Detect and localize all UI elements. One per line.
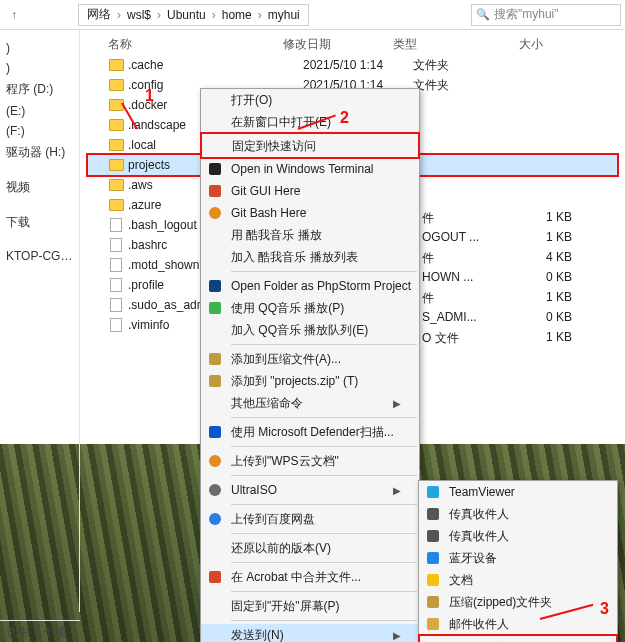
menu-item[interactable]: TeamViewer bbox=[419, 481, 617, 503]
file-size: 0 KB bbox=[512, 310, 572, 330]
menu-item-label: 在 Acrobat 中合并文件... bbox=[231, 569, 361, 586]
file-meta-row bbox=[422, 190, 602, 210]
menu-item-label: UltraISO bbox=[231, 483, 277, 497]
menu-item[interactable]: 在 Acrobat 中合并文件... bbox=[201, 566, 419, 588]
file-meta-row: 件4 KB bbox=[422, 250, 602, 270]
menu-item-icon bbox=[207, 300, 223, 316]
folder-icon bbox=[108, 138, 124, 152]
menu-item[interactable]: 使用 QQ音乐 播放(P) bbox=[201, 297, 419, 319]
menu-item-label: 上传到百度网盘 bbox=[231, 511, 315, 528]
nav-tree-item[interactable]: ) bbox=[4, 58, 75, 78]
col-name[interactable]: 名称 bbox=[108, 36, 283, 53]
menu-item[interactable]: Open in Windows Terminal bbox=[201, 158, 419, 180]
menu-item[interactable]: 桌面快捷方式 bbox=[420, 637, 616, 642]
menu-item[interactable]: 传真收件人 bbox=[419, 525, 617, 547]
col-size[interactable]: 大小 bbox=[483, 36, 543, 53]
menu-item[interactable]: 邮件收件人 bbox=[419, 613, 617, 635]
menu-item-icon bbox=[207, 351, 223, 367]
nav-tree-item[interactable]: ) bbox=[4, 38, 75, 58]
menu-item[interactable]: 发送到(N)▶ bbox=[201, 624, 419, 642]
menu-item-label: 加入 酷我音乐 播放列表 bbox=[231, 249, 358, 266]
menu-item-icon bbox=[207, 569, 223, 585]
menu-item[interactable]: 还原以前的版本(V) bbox=[201, 537, 419, 559]
menu-item[interactable]: 传真收件人 bbox=[419, 503, 617, 525]
menu-item[interactable]: 其他压缩命令▶ bbox=[201, 392, 419, 414]
column-headers[interactable]: 名称 修改日期 类型 大小 bbox=[80, 30, 625, 55]
menu-item-icon bbox=[207, 453, 223, 469]
folder-icon bbox=[108, 118, 124, 132]
breadcrumb[interactable]: 网络›wsl$›Ubuntu›home›myhui bbox=[78, 4, 309, 26]
menu-item[interactable]: 上传到百度网盘 bbox=[201, 508, 419, 530]
file-row[interactable]: .cache2021/5/10 1:14文件夹 bbox=[88, 55, 617, 75]
file-type: O 文件 bbox=[422, 330, 512, 350]
file-type: 件 bbox=[422, 290, 512, 310]
nav-tree-item[interactable]: 视频 bbox=[4, 176, 75, 199]
nav-tree-item[interactable]: 下载 bbox=[4, 211, 75, 234]
nav-tree[interactable]: ))程序 (D:)(E:)(F:)驱动器 (H:)视频下载KTOP-CGBTNB… bbox=[0, 30, 80, 612]
file-meta-row: S_ADMI...0 KB bbox=[422, 310, 602, 330]
menu-separator bbox=[231, 504, 417, 505]
menu-item-label: 文档 bbox=[449, 572, 473, 589]
breadcrumb-segment[interactable]: 网络 bbox=[83, 6, 115, 23]
file-size: 1 KB bbox=[512, 330, 572, 350]
breadcrumb-segment[interactable]: myhui bbox=[264, 8, 304, 22]
menu-item[interactable]: Git Bash Here bbox=[201, 202, 419, 224]
menu-item-label: 加入 QQ音乐 播放队列(E) bbox=[231, 322, 368, 339]
menu-item-label: Git GUI Here bbox=[231, 184, 300, 198]
menu-item[interactable]: 打开(O) bbox=[201, 89, 419, 111]
nav-up-button[interactable]: ↑ bbox=[4, 5, 24, 25]
file-size: 4 KB bbox=[512, 250, 572, 270]
file-meta-row: 件1 KB bbox=[422, 290, 602, 310]
submenu-arrow-icon: ▶ bbox=[393, 630, 401, 641]
menu-separator bbox=[231, 562, 417, 563]
file-size: 1 KB bbox=[512, 230, 572, 250]
menu-separator bbox=[231, 620, 417, 621]
menu-item[interactable]: 在新窗口中打开(E) bbox=[201, 111, 419, 133]
col-type[interactable]: 类型 bbox=[393, 36, 483, 53]
submenu-arrow-icon: ▶ bbox=[393, 485, 401, 496]
breadcrumb-segment[interactable]: Ubuntu bbox=[163, 8, 210, 22]
breadcrumb-sep: › bbox=[155, 8, 163, 22]
nav-tree-item[interactable]: 驱动器 (H:) bbox=[4, 141, 75, 164]
menu-separator bbox=[231, 591, 417, 592]
menu-item[interactable]: Open Folder as PhpStorm Project bbox=[201, 275, 419, 297]
breadcrumb-segment[interactable]: wsl$ bbox=[123, 8, 155, 22]
file-icon bbox=[108, 258, 124, 272]
menu-item[interactable]: 加入 酷我音乐 播放列表 bbox=[201, 246, 419, 268]
menu-item-icon bbox=[425, 484, 441, 500]
nav-tree-item[interactable]: (F:) bbox=[4, 121, 75, 141]
menu-item-label: 发送到(N) bbox=[231, 627, 284, 643]
menu-item-label: 其他压缩命令 bbox=[231, 395, 303, 412]
menu-item[interactable]: UltraISO▶ bbox=[201, 479, 419, 501]
menu-item[interactable]: 压缩(zipped)文件夹 bbox=[419, 591, 617, 613]
folder-icon bbox=[108, 198, 124, 212]
menu-item[interactable]: 使用 Microsoft Defender扫描... bbox=[201, 421, 419, 443]
breadcrumb-segment[interactable]: home bbox=[218, 8, 256, 22]
menu-item[interactable]: 用 酷我音乐 播放 bbox=[201, 224, 419, 246]
nav-tree-item[interactable]: 程序 (D:) bbox=[4, 78, 75, 101]
send-to-submenu[interactable]: TeamViewer传真收件人传真收件人蓝牙设备文档压缩(zipped)文件夹邮… bbox=[418, 480, 618, 642]
menu-separator bbox=[231, 344, 417, 345]
address-toolbar: ↑ 网络›wsl$›Ubuntu›home›myhui 🔍 搜索"myhui" bbox=[0, 0, 625, 30]
menu-item[interactable]: 加入 QQ音乐 播放队列(E) bbox=[201, 319, 419, 341]
file-date: 2021/5/10 1:14 bbox=[303, 58, 413, 72]
file-icon bbox=[108, 218, 124, 232]
menu-item[interactable]: 添加到压缩文件(A)... bbox=[201, 348, 419, 370]
search-box[interactable]: 🔍 搜索"myhui" bbox=[471, 4, 621, 26]
menu-item[interactable]: 蓝牙设备 bbox=[419, 547, 617, 569]
menu-item-label: 打开(O) bbox=[231, 92, 272, 109]
annotation-highlight-box: 固定到快速访问 bbox=[200, 132, 420, 159]
nav-tree-item[interactable]: KTOP-CGBTNBE bbox=[4, 246, 75, 266]
menu-item[interactable]: 上传到"WPS云文档" bbox=[201, 450, 419, 472]
menu-item[interactable]: Git GUI Here bbox=[201, 180, 419, 202]
nav-tree-item[interactable]: (E:) bbox=[4, 101, 75, 121]
menu-item[interactable]: 文档 bbox=[419, 569, 617, 591]
context-menu[interactable]: 打开(O)在新窗口中打开(E)固定到快速访问Open in Windows Te… bbox=[200, 88, 420, 642]
menu-item[interactable]: 固定到"开始"屏幕(P) bbox=[201, 595, 419, 617]
menu-item[interactable]: 固定到快速访问 bbox=[202, 135, 418, 157]
menu-item[interactable]: 添加到 "projects.zip" (T) bbox=[201, 370, 419, 392]
menu-item-icon bbox=[207, 482, 223, 498]
menu-item-icon bbox=[207, 161, 223, 177]
file-meta-row: HOWN ...0 KB bbox=[422, 270, 602, 290]
col-date[interactable]: 修改日期 bbox=[283, 36, 393, 53]
